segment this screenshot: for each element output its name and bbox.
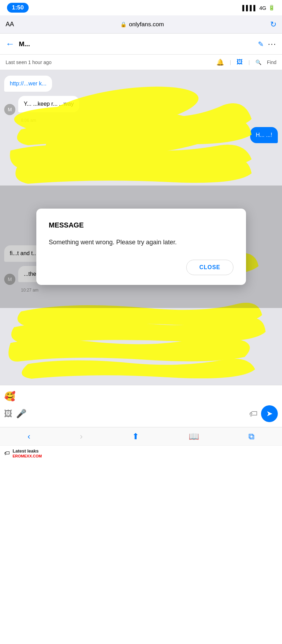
chat-header: ← M... ✎ ··· bbox=[0, 34, 282, 55]
refresh-icon[interactable]: ↻ bbox=[270, 20, 276, 29]
browser-bookmarks-button[interactable]: 📖 bbox=[189, 432, 199, 441]
message-row-1: http://...wer k... bbox=[4, 76, 278, 94]
message-input[interactable] bbox=[30, 410, 246, 417]
watermark-subtitle: EROMEXX.COM bbox=[13, 454, 42, 458]
avatar-m: M bbox=[4, 104, 15, 115]
status-icons: ▌▌▌▌ 4G 🔋 bbox=[242, 5, 275, 11]
media-icon[interactable]: 🖼 bbox=[237, 58, 243, 66]
message-time-1: 8:06 am bbox=[4, 118, 278, 123]
message-bubble-1: http://...wer k... bbox=[4, 76, 52, 92]
browser-tabs-button[interactable]: ⧉ bbox=[248, 432, 254, 441]
browser-nav: ‹ › ⬆ 📖 ⧉ bbox=[0, 427, 282, 445]
chat-sub-header: Last seen 1 hour ago 🔔 | 🖼 | 🔍 Find bbox=[0, 55, 282, 70]
watermark-icon: 🏷 bbox=[4, 450, 10, 456]
emoji-reaction[interactable]: 🥰 bbox=[4, 391, 15, 402]
chat-area: http://...wer k... M Y... ...keep r... .… bbox=[0, 70, 282, 385]
send-button[interactable]: ➤ bbox=[261, 405, 278, 422]
battery-icon: 🔋 bbox=[268, 5, 275, 11]
send-icon: ➤ bbox=[266, 409, 273, 418]
close-button[interactable]: CLOSE bbox=[186, 260, 233, 275]
status-bar: 1:50 ▌▌▌▌ 4G 🔋 bbox=[0, 0, 282, 15]
modal-backdrop: MESSAGE Something went wrong. Please try… bbox=[0, 186, 282, 308]
message-bubble-3: H... ...! bbox=[250, 127, 278, 143]
message-group-1: http://...wer k... bbox=[4, 76, 278, 96]
message-row-2: M Y... ...keep r... ...way bbox=[4, 96, 278, 115]
browser-forward-button[interactable]: › bbox=[80, 432, 82, 441]
watermark-bar: 🏷 Latest leaks EROMEXX.COM bbox=[0, 445, 282, 461]
status-time: 1:50 bbox=[7, 3, 29, 13]
message-group-2: M Y... ...keep r... ...way 8:06 am bbox=[4, 96, 278, 127]
aa-label[interactable]: AA bbox=[6, 21, 14, 28]
mic-icon[interactable]: 🎤 bbox=[16, 409, 27, 419]
separator: | bbox=[230, 59, 231, 65]
image-input-icon[interactable]: 🖼 bbox=[4, 409, 13, 419]
modal-actions: CLOSE bbox=[49, 260, 233, 275]
browser-bar: AA 🔒 onlyfans.com ↻ bbox=[0, 15, 282, 34]
watermark-title: Latest leaks bbox=[13, 448, 42, 454]
lock-icon: 🔒 bbox=[120, 21, 127, 28]
browser-share-button[interactable]: ⬆ bbox=[132, 432, 139, 441]
signal-icon: ▌▌▌▌ bbox=[242, 5, 257, 11]
more-icon[interactable]: ··· bbox=[268, 40, 276, 49]
find-label[interactable]: Find bbox=[267, 59, 276, 65]
tag-icon[interactable]: 🏷 bbox=[249, 409, 258, 419]
find-icon[interactable]: 🔍 bbox=[255, 59, 261, 65]
modal-dialog: MESSAGE Something went wrong. Please try… bbox=[36, 209, 246, 285]
emoji-bar: 🥰 bbox=[4, 389, 278, 404]
separator2: | bbox=[248, 59, 250, 65]
modal-title: MESSAGE bbox=[49, 221, 233, 229]
chat-name: M... bbox=[19, 40, 254, 48]
back-button[interactable]: ← bbox=[6, 38, 15, 49]
browser-url: 🔒 onlyfans.com bbox=[120, 21, 164, 28]
network-label: 4G bbox=[259, 5, 266, 11]
last-seen-text: Last seen 1 hour ago bbox=[6, 59, 211, 65]
modal-message: Something went wrong. Please try again l… bbox=[49, 238, 233, 247]
input-row: 🖼 🎤 🏷 ➤ bbox=[4, 404, 278, 424]
input-area: 🥰 🖼 🎤 🏷 ➤ bbox=[0, 385, 282, 427]
browser-back-button[interactable]: ‹ bbox=[28, 432, 30, 441]
url-text[interactable]: onlyfans.com bbox=[129, 21, 164, 28]
edit-icon[interactable]: ✎ bbox=[258, 40, 264, 48]
message-bubble-2: Y... ...keep r... ...way bbox=[18, 96, 79, 112]
message-group-3: H... ...! bbox=[4, 127, 278, 147]
notification-icon[interactable]: 🔔 bbox=[216, 58, 224, 66]
